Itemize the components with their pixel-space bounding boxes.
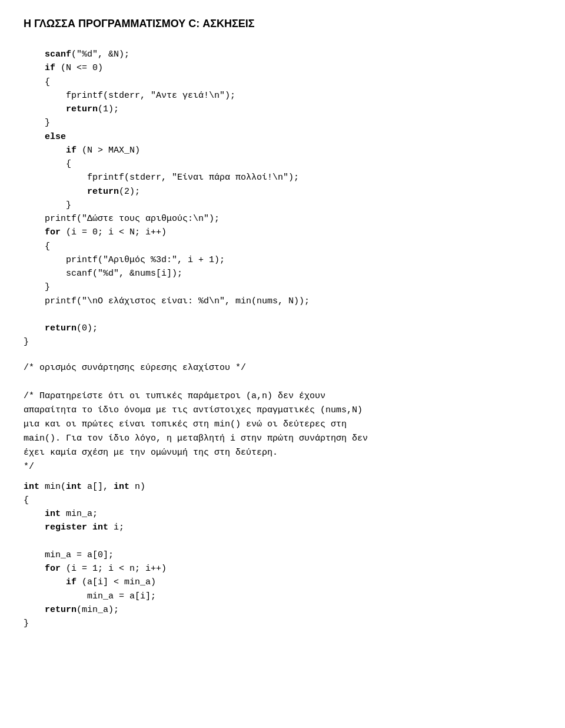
code-section: scanf("%d", &N); if (N <= 0) { fprintf(s… — [24, 48, 541, 349]
comment-section: /* ορισμός συνάρτησης εύρεσης ελαχίστου … — [24, 361, 541, 474]
page-title: Η ΓΛΩΣΣΑ ΠΡΟΓΡΑΜΜΑΤΙΣΜΟΥ C: ΑΣΚΗΣΕΙΣ — [24, 18, 541, 30]
min-function-section: int min(int a[], int n) { int min_a; reg… — [24, 480, 541, 631]
main-code-block: scanf("%d", &N); if (N <= 0) { fprintf(s… — [24, 48, 541, 349]
min-function-block: int min(int a[], int n) { int min_a; reg… — [24, 480, 541, 631]
comment-block: /* ορισμός συνάρτησης εύρεσης ελαχίστου … — [24, 361, 541, 474]
